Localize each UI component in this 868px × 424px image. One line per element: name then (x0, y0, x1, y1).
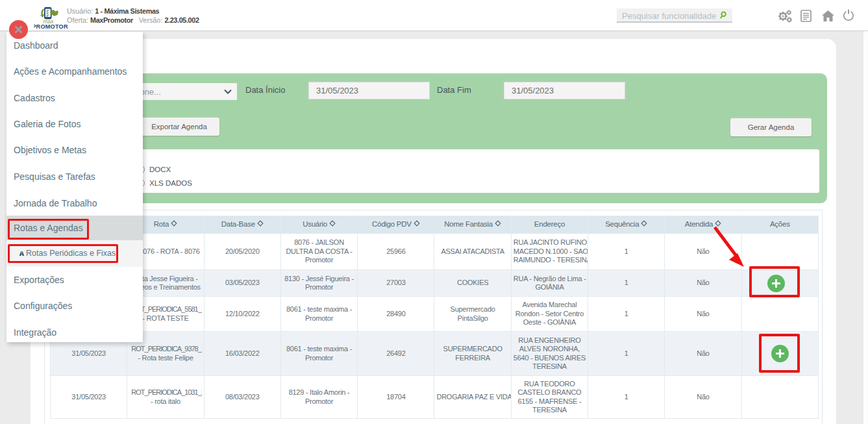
svg-text:PROMOTOR: PROMOTOR (34, 23, 68, 30)
